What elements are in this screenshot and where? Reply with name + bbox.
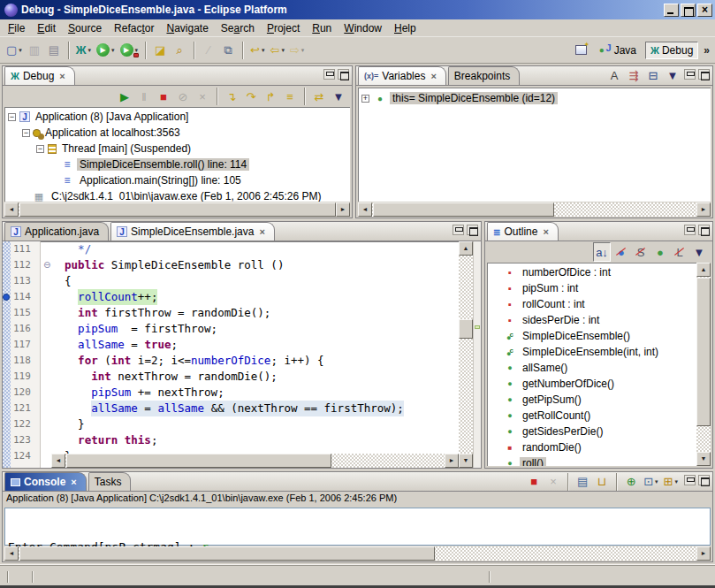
expand-plus-icon[interactable]: + — [361, 95, 369, 103]
open-type-icon[interactable]: ◪ — [151, 41, 169, 60]
breakpoint-icon[interactable] — [3, 294, 10, 301]
menu-run[interactable]: Run — [306, 20, 338, 36]
tab-debug[interactable]: Ж Debug × — [4, 66, 75, 85]
new-wizard-icon[interactable]: ▢▾ — [4, 41, 24, 60]
scroll-left-icon[interactable]: ◄ — [4, 202, 19, 217]
terminate-icon[interactable]: ■ — [525, 472, 543, 492]
tab-variables[interactable]: (x)= Variables × — [358, 66, 446, 85]
next-annotation-icon[interactable]: ⧉ — [219, 41, 237, 60]
scroll-up-icon[interactable]: ▲ — [459, 241, 473, 256]
editor-body[interactable]: 1111121131141151161171181191201211221231… — [3, 241, 481, 468]
dropdown-arrow-icon[interactable]: ▾ — [262, 47, 265, 54]
outline-item[interactable]: ▪pipSum : int — [503, 280, 696, 296]
dropdown-arrow-icon[interactable]: ▾ — [655, 478, 658, 485]
variables-hscrollbar-thumb[interactable] — [373, 202, 554, 217]
pin-console-icon[interactable]: ⊕ — [622, 472, 640, 492]
title-bar[interactable]: Debug - SimpleDiceEnsemble.java - Eclips… — [0, 0, 715, 19]
open-console-icon[interactable]: ⊞▾ — [662, 472, 680, 492]
save-icon[interactable]: ▥ — [26, 41, 43, 60]
window-close-button[interactable] — [697, 4, 712, 17]
tab-application-java[interactable]: J Application.java — [4, 222, 109, 241]
last-edit-location-icon[interactable]: ↩▾ — [248, 41, 266, 60]
editor-hscrollbar-thumb[interactable] — [66, 454, 331, 468]
scroll-right-icon[interactable]: ► — [445, 454, 459, 468]
dropdown-arrow-icon[interactable]: ▾ — [301, 47, 305, 54]
resume-icon[interactable]: ▶ — [116, 87, 133, 106]
scroll-right-icon[interactable]: ► — [696, 202, 711, 217]
console-hscrollbar[interactable]: ◄ ► — [4, 546, 711, 561]
fold-marker[interactable]: ⊖ — [41, 257, 51, 273]
variables-view-minimize-icon[interactable] — [684, 69, 696, 80]
debug-hscrollbar-thumb[interactable] — [19, 202, 336, 217]
open-perspective-icon[interactable] — [573, 41, 590, 60]
editor-overview-ruler[interactable] — [473, 241, 481, 468]
tab-close-icon[interactable]: × — [71, 477, 76, 487]
outline-item[interactable]: ●cSimpleDiceEnsemble(int, int) — [503, 344, 696, 360]
perspective-overflow-chevron[interactable]: » — [704, 44, 710, 57]
outline-item[interactable]: ▪sidesPerDie : int — [503, 312, 696, 328]
view-menu-icon[interactable]: ▼ — [690, 242, 708, 262]
variable-this[interactable]: +●this= SimpleDiceEnsemble (id=12) — [358, 90, 711, 106]
perspective-java-button[interactable]: Java — [595, 42, 642, 59]
outline-item[interactable]: ●roll() — [503, 455, 696, 466]
collapse-minus-icon[interactable]: − — [36, 145, 44, 153]
debug-node-thread[interactable]: −Thread [main] (Suspended) — [4, 141, 350, 157]
run-icon[interactable]: ▶▾ — [95, 41, 117, 60]
console-output[interactable]: Enter Command[nsP=ctrmaq] : r — [4, 508, 711, 546]
menu-refactor[interactable]: Refactor — [108, 20, 160, 36]
hide-fields-icon[interactable]: ● — [612, 242, 630, 262]
clear-console-icon[interactable]: ▤ — [574, 472, 591, 492]
current-line-marker[interactable] — [475, 325, 480, 329]
debug-node-frame-main[interactable]: ≡Application.main(String[]) line: 105 — [4, 172, 350, 188]
collapse-all-icon[interactable]: ⊟ — [644, 66, 662, 86]
outline-item[interactable]: ▪rollCount : int — [503, 296, 696, 312]
menu-window[interactable]: Window — [338, 20, 388, 36]
step-return-icon[interactable]: ↱ — [262, 87, 279, 106]
debug-hscrollbar[interactable]: ◄ ► — [4, 202, 350, 217]
tab-close-icon[interactable]: × — [59, 71, 65, 81]
scroll-down-icon[interactable]: ▼ — [696, 452, 711, 466]
disconnect-icon[interactable]: ⊘ — [174, 87, 192, 106]
print-icon[interactable]: ▤ — [45, 41, 63, 60]
editor-maximize-icon[interactable] — [467, 225, 478, 235]
outline-item[interactable]: ●getSidesPerDie() — [503, 424, 696, 439]
editor-hscrollbar[interactable]: ◄ ► — [51, 454, 459, 468]
editor-code[interactable]: */ public SimpleDiceEnsemble roll () { r… — [51, 241, 459, 454]
editor-vscrollbar[interactable]: ▲ ▼ — [459, 241, 473, 468]
outline-item[interactable]: ●getPipSum() — [503, 392, 696, 408]
view-menu-icon[interactable]: ▼ — [664, 66, 681, 86]
show-type-names-icon[interactable]: A — [605, 66, 623, 86]
search-icon[interactable]: ⌕ — [171, 41, 188, 60]
tab-tasks[interactable]: Tasks — [88, 472, 132, 491]
outline-item[interactable]: ●getRollCount() — [503, 408, 696, 424]
remove-terminated-icon[interactable]: × — [544, 472, 562, 492]
editor-vscrollbar-thumb[interactable] — [459, 319, 473, 339]
collapse-minus-icon[interactable]: − — [8, 113, 16, 121]
dropdown-arrow-icon[interactable]: ▾ — [281, 47, 285, 54]
remove-terminated-icon[interactable]: × — [194, 87, 211, 106]
outline-view-minimize-icon[interactable] — [684, 225, 696, 235]
use-step-filters-icon[interactable]: ≡ — [281, 87, 299, 106]
menu-search[interactable]: Search — [215, 20, 261, 36]
outline-item[interactable]: ■randomDie() — [503, 439, 696, 455]
menu-project[interactable]: Project — [261, 20, 306, 36]
show-logical-structures-icon[interactable]: ⇶ — [625, 66, 643, 86]
dropdown-arrow-icon[interactable]: ▾ — [88, 47, 92, 54]
tab-outline[interactable]: ≣ Outline × — [487, 222, 559, 241]
tab-simpledicensemble-java[interactable]: J SimpleDiceEnsemble.java × — [110, 222, 275, 241]
menu-help[interactable]: Help — [388, 20, 422, 36]
editor-marker-bar[interactable] — [3, 241, 11, 468]
dropdown-arrow-icon[interactable]: ▾ — [19, 47, 22, 54]
debug-node-frame-roll[interactable]: ≡SimpleDiceEnsemble.roll() line: 114 — [4, 157, 350, 172]
display-console-icon[interactable]: ⊡▾ — [642, 472, 659, 492]
editor-fold-column[interactable]: ⊖ — [41, 241, 51, 468]
tab-breakpoints[interactable]: Breakpoints — [448, 66, 520, 85]
debug-icon[interactable]: Ж▾ — [74, 41, 93, 60]
mark-occurrences-icon[interactable]: ∕ — [200, 41, 217, 60]
debug-node-process[interactable]: ▦C:\j2sdk1.4.1_01\bin\javaw.exe (Feb 1, … — [4, 188, 350, 202]
debug-view-minimize-icon[interactable] — [323, 69, 335, 80]
window-maximize-button[interactable] — [681, 4, 696, 17]
back-icon[interactable]: ⇦▾ — [269, 41, 286, 60]
hide-local-types-icon[interactable]: L — [671, 242, 688, 262]
debug-node-target[interactable]: −Application at localhost:3563 — [4, 125, 350, 141]
